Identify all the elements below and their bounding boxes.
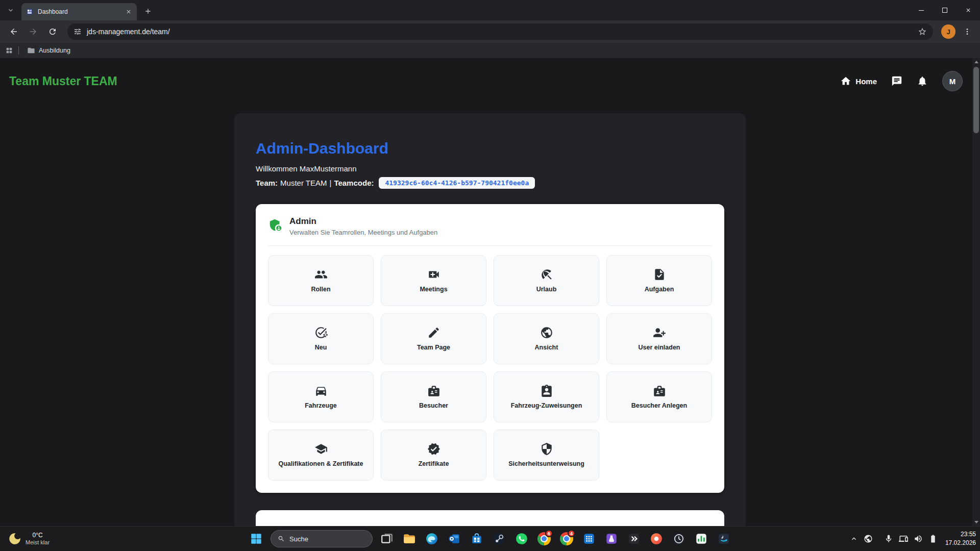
taskbar-app-terminal[interactable]: [624, 529, 644, 549]
tab-search-button[interactable]: [3, 3, 18, 18]
tile-sicherheitsunterweisung[interactable]: Sicherheitsunterweisung: [494, 430, 599, 481]
start-button[interactable]: [246, 529, 266, 549]
taskbar-app-purple[interactable]: [601, 529, 622, 549]
reload-button[interactable]: [44, 23, 61, 40]
tile-label: Besucher: [419, 402, 448, 410]
tab-close-button[interactable]: [125, 8, 133, 16]
messages-icon[interactable]: [891, 76, 902, 87]
taskbar-app-outlook[interactable]: [444, 529, 464, 549]
forward-icon: [29, 27, 38, 36]
browser-menu-button[interactable]: [960, 24, 975, 39]
tile-meetings[interactable]: Meetings: [381, 255, 486, 306]
volume-icon[interactable]: [914, 534, 923, 543]
notifications-icon[interactable]: [917, 76, 928, 87]
taskbar-app-chrome-2[interactable]: 4: [556, 529, 577, 549]
notification-badge: 6: [545, 530, 553, 537]
window-close-button[interactable]: [957, 0, 980, 20]
taskbar-app-whatsapp[interactable]: [511, 529, 532, 549]
tile-icon: [540, 442, 553, 456]
taskbar-app-orange[interactable]: [646, 529, 667, 549]
battery-icon[interactable]: [928, 534, 938, 543]
minimize-icon: [919, 10, 924, 11]
teamcode-badge[interactable]: 419329c6-60c4-4126-b597-790421f0ee0a: [379, 177, 535, 189]
tile-label: Neu: [315, 343, 327, 352]
triangle-up-icon: [974, 61, 978, 63]
tile-label: User einladen: [639, 343, 680, 352]
taskbar-app-store[interactable]: [467, 529, 487, 549]
kebab-menu-icon: [963, 28, 971, 36]
taskbar-app-edge[interactable]: [422, 529, 442, 549]
team-name: Muster TEAM: [280, 179, 327, 187]
tile-besucher[interactable]: Besucher: [381, 371, 486, 422]
tile-ansicht[interactable]: Ansicht: [494, 313, 599, 364]
weather-widget[interactable]: 0°C Meist klar: [5, 527, 53, 551]
address-bar[interactable]: jds-management.de/team/: [67, 23, 933, 40]
apps-grid-icon[interactable]: [5, 46, 13, 55]
tile-aufgaben[interactable]: Aufgaben: [606, 255, 712, 306]
tile-qualifikationen-zertifikate[interactable]: Qualifikationen & Zertifikate: [268, 430, 374, 481]
tile-icon: [653, 326, 666, 339]
new-tab-button[interactable]: [141, 4, 155, 18]
tile-fahrzeuge[interactable]: Fahrzeuge: [268, 371, 374, 422]
tile-label: Ansicht: [535, 343, 558, 352]
nav-home[interactable]: Home: [840, 76, 877, 87]
tab-favicon: [26, 8, 34, 16]
tile-team-page[interactable]: Team Page: [381, 313, 486, 364]
tile-label: Besucher Anlegen: [631, 402, 687, 410]
taskbar-app-amazon-music[interactable]: [714, 529, 734, 549]
tile-icon: [314, 268, 328, 281]
taskbar-app-grid[interactable]: [579, 529, 599, 549]
bookmark-folder-ausbildung[interactable]: Ausbildung: [24, 45, 74, 56]
browser-tab-dashboard[interactable]: Dashboard: [21, 3, 137, 20]
user-avatar[interactable]: M: [942, 71, 963, 91]
taskbar-center: Suche: [246, 527, 734, 551]
devices-icon[interactable]: [899, 534, 908, 543]
site-settings-icon[interactable]: [74, 28, 82, 36]
tile-urlaub[interactable]: Urlaub: [494, 255, 599, 306]
tile-user-einladen[interactable]: User einladen: [606, 313, 712, 364]
tile-icon: [427, 326, 440, 339]
close-icon: [965, 7, 971, 13]
taskbar-app-clock[interactable]: [669, 529, 689, 549]
tile-zertifikate[interactable]: Zertifikate: [381, 430, 486, 481]
tile-label: Fahrzeuge: [305, 402, 337, 410]
taskbar-app-task-view[interactable]: [377, 529, 397, 549]
team-label: Team:: [256, 179, 278, 187]
tile-besucher-anlegen[interactable]: Besucher Anlegen: [606, 371, 712, 422]
welcome-text: Willkommen MaxMustermann: [256, 164, 724, 173]
scrollbar-up-arrow[interactable]: [972, 58, 980, 66]
scrollbar-thumb[interactable]: [973, 67, 979, 133]
tile-rollen[interactable]: Rollen: [268, 255, 374, 306]
microphone-icon[interactable]: [884, 534, 893, 543]
network-globe-icon[interactable]: [864, 534, 873, 543]
taskbar-search[interactable]: Suche: [271, 530, 373, 547]
bookmark-star-icon[interactable]: [918, 27, 927, 36]
taskbar-app-chrome[interactable]: 6: [534, 529, 554, 549]
tile-label: Meetings: [420, 285, 447, 293]
window-minimize-button[interactable]: [910, 0, 933, 20]
app-icon: [425, 532, 438, 545]
tile-fahrzeug-zuweisungen[interactable]: Fahrzeug-Zuweisungen: [494, 371, 599, 422]
scrollbar-down-arrow[interactable]: [972, 518, 980, 526]
hidden-icons-chevron[interactable]: [850, 535, 858, 543]
site-nav: Home M: [840, 71, 963, 91]
browser-profile-avatar[interactable]: J: [941, 24, 955, 39]
home-icon: [840, 76, 851, 87]
taskbar-app-file-explorer[interactable]: [399, 529, 420, 549]
tile-neu[interactable]: Neu: [268, 313, 374, 364]
tile-icon: [427, 268, 440, 281]
back-icon: [9, 27, 18, 36]
window-maximize-button[interactable]: [933, 0, 957, 20]
web-page: Team Muster TEAM Home M Admin-Dashboard …: [0, 58, 980, 526]
taskbar-app-chart[interactable]: [691, 529, 712, 549]
taskbar-app-steam[interactable]: [489, 529, 509, 549]
admin-card-title: Admin: [289, 216, 437, 227]
back-button[interactable]: [5, 23, 22, 40]
tile-icon: [427, 442, 440, 456]
forward-button[interactable]: [24, 23, 42, 40]
page-scrollbar[interactable]: [972, 58, 980, 526]
tile-label: Urlaub: [536, 285, 557, 293]
taskbar-clock[interactable]: 23:55 17.02.2026: [943, 530, 976, 547]
bookmark-folder-label: Ausbildung: [39, 47, 70, 54]
app-icon: [695, 532, 708, 545]
